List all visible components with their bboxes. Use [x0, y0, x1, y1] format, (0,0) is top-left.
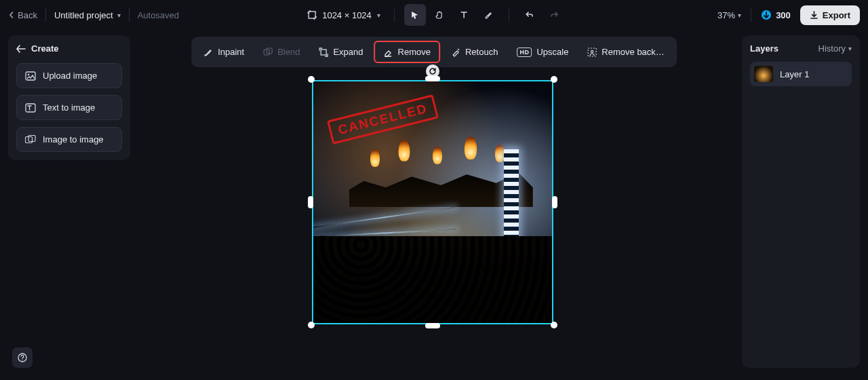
- svg-rect-10: [321, 50, 326, 55]
- layer-thumbnail: [754, 66, 773, 82]
- layers-panel: Layers History ▾ Layer 1: [742, 35, 860, 368]
- crop-icon: [307, 10, 317, 20]
- text-tool[interactable]: [453, 4, 475, 26]
- upscale-label: Upscale: [536, 47, 568, 57]
- help-icon: [18, 353, 27, 362]
- project-name-dropdown[interactable]: Untitled project ▾: [54, 10, 121, 20]
- text-to-image-label: Text to image: [43, 102, 95, 113]
- remove-button[interactable]: Remove: [374, 41, 440, 63]
- history-label: History: [818, 43, 846, 54]
- layer-label: Layer 1: [780, 69, 809, 79]
- zoom-dropdown[interactable]: 37% ▾: [717, 10, 741, 20]
- topbar-right: 37% ▾ 300 Export: [717, 5, 860, 25]
- dimensions-label: 1024 × 1024: [322, 10, 372, 20]
- svg-point-3: [28, 73, 30, 75]
- remove-bg-label: Remove back…: [601, 47, 664, 57]
- upload-image-button[interactable]: Upload image: [16, 63, 122, 88]
- create-sidebar: Create Upload image Text to image Image …: [8, 35, 130, 160]
- image-to-image-button[interactable]: Image to image: [16, 127, 122, 152]
- tool-group: [404, 4, 499, 26]
- resize-handle-ml[interactable]: [308, 196, 313, 208]
- back-label: Back: [18, 10, 37, 20]
- divider: [45, 8, 46, 22]
- create-label: Create: [31, 43, 58, 54]
- blend-icon: [263, 48, 273, 57]
- svg-point-12: [591, 50, 593, 52]
- help-button[interactable]: [12, 347, 33, 368]
- blend-label: Blend: [277, 47, 300, 57]
- upload-image-label: Upload image: [43, 71, 97, 81]
- resize-handle-tr[interactable]: [551, 76, 557, 83]
- pointer-icon: [410, 10, 420, 20]
- export-label: Export: [823, 10, 850, 20]
- brush-tool[interactable]: [477, 4, 499, 26]
- divider: [751, 8, 751, 22]
- text-to-image-button[interactable]: Text to image: [16, 95, 122, 120]
- svg-point-14: [22, 360, 22, 360]
- blend-button[interactable]: Blend: [255, 42, 308, 62]
- resize-handle-br[interactable]: [551, 322, 557, 328]
- divider: [509, 8, 509, 22]
- layers-title: Layers: [750, 43, 778, 54]
- remove-background-button[interactable]: Remove back…: [579, 42, 672, 62]
- canvas-selection[interactable]: CANCELLED: [312, 80, 553, 324]
- layer-item[interactable]: Layer 1: [750, 62, 852, 86]
- download-icon: [810, 11, 818, 20]
- retouch-button[interactable]: Retouch: [443, 42, 506, 62]
- credit-icon: [761, 10, 772, 20]
- chevron-down-icon: ▾: [738, 12, 741, 19]
- zoom-label: 37%: [717, 10, 735, 20]
- create-header[interactable]: Create: [16, 43, 122, 54]
- upload-image-icon: [25, 71, 36, 81]
- svg-point-7: [204, 54, 206, 56]
- image-to-image-icon: [25, 135, 36, 145]
- upscale-button[interactable]: HD Upscale: [509, 42, 576, 62]
- chevron-down-icon: ▾: [117, 12, 121, 19]
- svg-rect-2: [26, 72, 35, 80]
- history-dropdown[interactable]: History ▾: [818, 43, 852, 54]
- canvas-selection-area: CANCELLED: [312, 80, 553, 324]
- text-to-image-icon: [25, 103, 36, 113]
- inpaint-icon: [203, 48, 213, 57]
- image-to-image-label: Image to image: [43, 134, 104, 145]
- remove-bg-icon: [587, 48, 597, 57]
- undo-button[interactable]: [519, 4, 540, 26]
- canvas-dimensions-button[interactable]: 1024 × 1024 ▾: [303, 7, 384, 23]
- inpaint-label: Inpaint: [218, 47, 244, 57]
- resize-handle-mt[interactable]: [425, 76, 440, 81]
- topbar-center: 1024 × 1024 ▾: [303, 4, 565, 26]
- chevron-down-icon: ▾: [377, 12, 380, 19]
- project-name-label: Untitled project: [54, 10, 113, 20]
- divider: [129, 8, 130, 22]
- resize-handle-tl[interactable]: [308, 76, 315, 83]
- topbar-left: Back Untitled project ▾ Autosaved: [8, 8, 179, 22]
- resize-handle-mb[interactable]: [425, 323, 440, 328]
- resize-handle-bl[interactable]: [308, 322, 315, 328]
- retouch-icon: [451, 48, 460, 57]
- credits-button[interactable]: 300: [761, 10, 791, 20]
- hand-tool[interactable]: [429, 4, 450, 26]
- export-button[interactable]: Export: [800, 5, 860, 25]
- inpaint-button[interactable]: Inpaint: [195, 42, 252, 62]
- layers-header: Layers History ▾: [750, 43, 852, 54]
- credits-value: 300: [776, 10, 791, 20]
- remove-label: Remove: [398, 47, 431, 57]
- redo-button[interactable]: [543, 4, 565, 26]
- chevron-down-icon: ▾: [848, 45, 852, 52]
- divider: [394, 8, 395, 22]
- resize-handle-mr[interactable]: [552, 196, 557, 208]
- retouch-label: Retouch: [465, 47, 498, 57]
- actions-bar: Inpaint Blend Expand Remove Retouch HD U…: [191, 37, 677, 67]
- svg-rect-0: [309, 12, 315, 18]
- history-group: [519, 4, 565, 26]
- back-button[interactable]: Back: [8, 10, 37, 20]
- eraser-icon: [384, 48, 393, 57]
- arrow-left-icon: [16, 45, 26, 53]
- pointer-tool[interactable]: [404, 4, 426, 26]
- hd-icon: HD: [517, 48, 532, 57]
- topbar: Back Untitled project ▾ Autosaved 1024 ×…: [0, 0, 868, 30]
- refresh-icon: [429, 67, 437, 75]
- hand-icon: [435, 10, 444, 20]
- undo-icon: [525, 10, 534, 20]
- expand-button[interactable]: Expand: [311, 42, 371, 62]
